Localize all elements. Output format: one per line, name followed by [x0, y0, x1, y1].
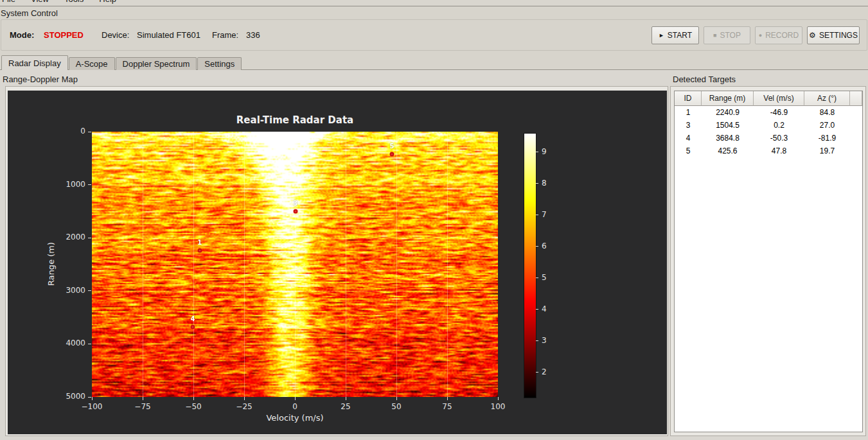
table-cell: 19.7	[804, 145, 850, 157]
table-cell: 1	[675, 106, 702, 119]
y-tick-label: 1000	[34, 180, 85, 189]
tab-a-scope[interactable]: A-Scope	[69, 57, 115, 70]
frame-label: Frame:	[212, 30, 238, 40]
device-value: Simulated FT601	[137, 30, 200, 40]
system-control-group-label: System Control	[1, 8, 58, 18]
table-cell: 3684.8	[702, 132, 754, 145]
target-marker-label: 5	[390, 143, 394, 150]
chart-title: Real-Time Radar Data	[166, 114, 423, 126]
menu-item-tools[interactable]: Tools	[64, 0, 84, 5]
detected-targets-group-label: Detected Targets	[673, 75, 736, 84]
y-tick-mark	[88, 132, 91, 132]
detected-targets-groupbox: IDRange (m)Vel (m/s)Az (°) 12240.9-46.98…	[670, 86, 866, 436]
mode-label: Mode:	[10, 30, 34, 40]
x-tick-mark	[498, 397, 499, 400]
device-label: Device:	[102, 30, 129, 40]
radar-application-window: FileViewToolsHelp System Control Mode: S…	[0, 0, 868, 440]
target-marker-label: 3	[293, 200, 297, 207]
table-header-cell[interactable]: Vel (m/s)	[754, 91, 804, 106]
colorbar-tick-label: 8	[542, 179, 561, 188]
colorbar-tick-mark	[536, 340, 538, 341]
tab-radar-display[interactable]: Radar Display	[1, 55, 68, 70]
x-tick-mark	[193, 397, 194, 400]
tab-doppler-spectrum[interactable]: Doppler Spectrum	[116, 57, 197, 70]
table-cell: 4	[675, 132, 702, 145]
table-header-cell[interactable]: Range (m)	[702, 91, 754, 106]
button-label: START	[668, 31, 692, 40]
y-tick-label: 2000	[34, 233, 85, 242]
table-row[interactable]: 43684.8-50.3-81.9	[675, 132, 862, 145]
target-marker	[390, 152, 394, 157]
y-tick-label: 5000	[34, 392, 85, 401]
x-tick-label: −25	[225, 402, 263, 411]
record-icon: ●	[759, 32, 762, 39]
table-cell: -50.3	[754, 132, 804, 145]
colorbar-tick-mark	[536, 277, 538, 278]
x-tick-mark	[396, 397, 397, 400]
table-row[interactable]: 31504.50.227.0	[675, 119, 862, 132]
stop-icon: ■	[713, 32, 716, 39]
x-tick-label: 25	[326, 402, 365, 411]
colorbar-tick-mark	[536, 309, 538, 310]
table-cell: 5	[675, 145, 702, 157]
table-cell: 2240.9	[702, 106, 754, 119]
menu-item-view[interactable]: View	[31, 0, 49, 5]
table-header-cell[interactable]: Az (°)	[804, 91, 850, 106]
colorbar-tick-mark	[536, 183, 538, 184]
y-tick-mark	[88, 238, 91, 238]
colorbar-tick-label: 9	[542, 147, 561, 156]
x-tick-label: 75	[428, 402, 466, 411]
table-row[interactable]: 12240.9-46.984.8	[675, 106, 862, 119]
targets-table-header: IDRange (m)Vel (m/s)Az (°)	[675, 91, 862, 106]
colorbar	[524, 133, 536, 398]
table-header-cell[interactable]: ID	[675, 91, 702, 106]
record-button[interactable]: ●RECORD	[755, 26, 802, 44]
colorbar-tick-label: 6	[542, 242, 561, 251]
button-label: RECORD	[765, 31, 799, 40]
menubar-separator	[0, 6, 868, 6]
mode-value: STOPPED	[44, 30, 84, 40]
x-tick-label: −50	[174, 402, 213, 411]
settings-button[interactable]: ⚙SETTINGS	[807, 26, 860, 44]
table-cell: -81.9	[804, 132, 850, 145]
stop-button[interactable]: ■STOP	[704, 26, 750, 44]
x-tick-label: −75	[123, 402, 162, 411]
target-marker-label: 4	[191, 315, 195, 322]
table-cell: 27.0	[804, 119, 850, 132]
control-buttons: ►START■STOP●RECORD⚙SETTINGS	[651, 26, 860, 44]
range-doppler-groupbox: Real-Time Radar Data Velocity (m/s) Rang…	[5, 86, 668, 436]
x-tick-mark	[92, 397, 93, 400]
menu-item-help[interactable]: Help	[99, 0, 116, 5]
colorbar-tick-label: 4	[542, 304, 561, 313]
x-tick-mark	[295, 397, 296, 400]
y-tick-mark	[88, 184, 91, 185]
colorbar-tick-mark	[536, 152, 538, 152]
x-tick-mark	[244, 397, 245, 400]
y-tick-mark	[88, 344, 91, 344]
table-row[interactable]: 5425.647.819.7	[675, 145, 862, 157]
radar-display-panel: Real-Time Radar Data Velocity (m/s) Rang…	[8, 91, 667, 434]
colorbar-tick-label: 2	[542, 367, 561, 376]
range-doppler-group-label: Range-Doppler Map	[3, 75, 78, 84]
x-tick-label: 0	[276, 402, 314, 411]
tab-bar: Radar DisplayA-ScopeDoppler SpectrumSett…	[1, 55, 242, 70]
table-cell: 1504.5	[702, 119, 754, 132]
button-label: SETTINGS	[819, 31, 858, 40]
table-cell: 425.6	[702, 145, 754, 157]
menu-item-file[interactable]: File	[2, 0, 15, 5]
x-tick-mark	[346, 397, 346, 400]
y-tick-mark	[88, 397, 91, 398]
x-tick-label: 50	[377, 402, 416, 411]
y-tick-mark	[88, 290, 91, 291]
colorbar-tick-mark	[536, 372, 538, 373]
menubar: FileViewToolsHelp	[0, 0, 868, 6]
start-button[interactable]: ►START	[651, 26, 699, 44]
frame-value: 336	[246, 30, 260, 40]
play-icon: ►	[659, 32, 664, 39]
tab-settings[interactable]: Settings	[197, 57, 242, 70]
table-cell: 3	[675, 119, 702, 132]
x-tick-mark	[447, 397, 448, 400]
table-header-filler	[850, 91, 862, 106]
target-marker	[191, 325, 195, 330]
target-marker	[293, 209, 297, 214]
